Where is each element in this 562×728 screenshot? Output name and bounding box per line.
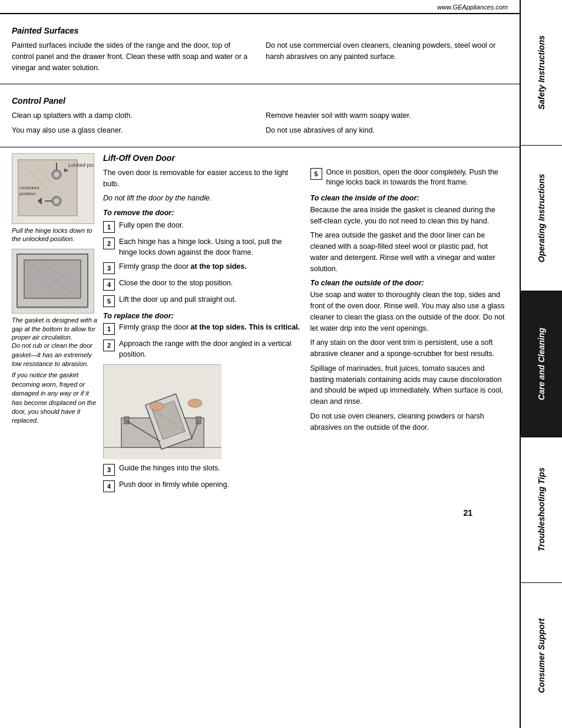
remove-door-heading: To remove the door: [103,209,301,217]
sidebar-label-care: Care and Cleaning [537,328,546,400]
control-panel-title: Control Panel [12,96,508,106]
sidebar-section-troubleshooting: Troubleshooting Tips [521,437,562,583]
page-number: 21 [0,508,520,518]
gasket-svg [12,249,94,314]
painted-surfaces-right: Do not use commercial oven cleaners, cle… [266,40,508,77]
step-text-r1: Fully open the door. [119,220,184,231]
step-text-r4: Close the door to the stop position. [119,278,233,289]
painted-surfaces-section: Painted Surfaces Painted surfaces includ… [0,14,520,84]
step-num-r4: 4 [103,279,115,291]
replace-step-1: 1 Firmly grasp the door at the top sides… [103,322,301,335]
hinge-image-container: Locked position Unlocked position [12,153,97,243]
remove-step-4: 4 Close the door to the stop position. [103,278,301,291]
step-num-p2: 2 [103,340,115,351]
step-num-r3: 3 [103,262,115,274]
sidebar-section-care: Care and Cleaning [521,291,562,437]
instructions-column: The oven door is removable for easier ac… [103,167,301,496]
step5-right: 5 Once in position, open the door comple… [310,167,508,188]
gasket-image [12,249,94,314]
svg-text:position: position [19,191,36,196]
instructions-cleaning-grid: The oven door is removable for easier ac… [103,167,508,496]
step-text-p4: Push door in firmly while opening. [119,480,229,490]
gasket-caption: The gasket is designed with a gap at the… [12,316,97,341]
svg-point-26 [150,402,164,410]
sidebar-label-operating: Operating Instructions [537,174,546,262]
svg-text:Locked position: Locked position [68,162,94,168]
control-panel-section: Control Panel Clean up splatters with a … [0,84,520,147]
replace-door-steps-cont: 3 Guide the hinges into the slots. 4 Pus… [103,463,301,492]
hinge-caption: Pull the hinge locks down to the unlocke… [12,226,97,243]
gasket-note1: Do not rub or clean the door gasket—it h… [12,341,97,368]
lift-off-section: Locked position Unlocked position [0,147,520,502]
step-text-p1: Firmly grasp the door at the top sides. … [119,322,300,333]
svg-point-27 [188,399,202,407]
hinge-svg: Locked position Unlocked position [12,154,94,224]
replace-step-3: 3 Guide the hinges into the slots. [103,463,301,476]
sidebar-label-troubleshooting: Troubleshooting Tips [537,467,546,552]
website-url: www.GEAppliances.com [437,4,508,11]
lift-off-intro: The oven door is removable for easier ac… [103,167,301,190]
sidebar-section-operating: Operating Instructions [521,146,562,291]
replace-step-2: 2 Approach the range with the door angle… [103,339,301,360]
lift-off-main-grid: Locked position Unlocked position [12,153,508,496]
svg-rect-29 [196,417,201,424]
svg-rect-28 [124,417,129,424]
control-panel-right: Remove heavier soil with warm soapy wate… [266,110,508,140]
step-text-p2: Approach the range with the door angled … [119,339,301,360]
svg-point-4 [54,172,59,177]
control-panel-left: Clean up splatters with a damp cloth. Yo… [12,110,254,140]
step-num-r2: 2 [103,238,115,249]
step-text-r5: Lift the door up and pull straight out. [119,295,236,305]
sidebar-section-safety: Safety Instructions [521,0,562,146]
hinge-image: Locked position Unlocked position [12,153,94,224]
gasket-note2: If you notice the gasket becoming worn, … [12,371,97,425]
website-bar: www.GEAppliances.com [0,0,520,14]
clean-outside-p1: Use soap and water to thoroughly clean t… [310,289,508,334]
control-panel-right-line2: Do not use abrasives of any kind. [266,125,508,136]
clean-inside-heading: To clean the inside of the door: [310,194,508,202]
sidebar-label-consumer: Consumer Support [537,618,546,693]
replace-door-steps: 1 Firmly grasp the door at the top sides… [103,322,301,360]
remove-step-1: 1 Fully open the door. [103,220,301,233]
control-panel-left-line2: You may also use a glass cleaner. [12,125,254,136]
step-num-r1: 1 [103,221,115,233]
replace-step-4: 4 Push door in firmly while opening. [103,480,301,492]
sidebar: Safety Instructions Operating Instructio… [520,0,562,728]
clean-outside-heading: To clean the outside of the door: [310,279,508,287]
lift-off-intro-note: Do not lift the door by the handle. [103,193,301,204]
replace-door-image [103,364,221,459]
step-num-p3: 3 [103,464,115,476]
step-num-p4: 4 [103,480,115,492]
sidebar-section-consumer: Consumer Support [521,583,562,728]
lift-off-title: Lift-Off Oven Door [103,153,508,163]
step-num-5r: 5 [310,168,322,180]
cleaning-column: 5 Once in position, open the door comple… [310,167,508,496]
step-text-5r: Once in position, open the door complete… [326,167,508,188]
remove-step-3: 3 Firmly grasp the door at the top sides… [103,262,301,274]
images-column: Locked position Unlocked position [12,153,97,496]
control-panel-left-line1: Clean up splatters with a damp cloth. [12,110,254,121]
clean-inside-p2: The area outside the gasket and the door… [310,230,508,274]
painted-surfaces-right-text: Do not use commercial oven cleaners, cle… [266,40,508,62]
painted-surfaces-left-text: Painted surfaces include the sides of th… [12,40,254,73]
step-text-r3: Firmly grasp the door at the top sides. [119,262,247,272]
svg-text:Unlocked: Unlocked [19,185,39,190]
svg-point-9 [54,199,59,203]
replace-door-heading: To replace the door: [103,312,301,320]
remove-step-5: 5 Lift the door up and pull straight out… [103,295,301,307]
step-num-r5: 5 [103,295,115,307]
replace-door-svg [104,365,222,459]
painted-surfaces-content: Painted surfaces include the sides of th… [12,40,508,77]
control-panel-right-line1: Remove heavier soil with warm soapy wate… [266,110,508,121]
painted-surfaces-title: Painted Surfaces [12,26,508,35]
step-text-r2: Each hinge has a hinge lock. Using a too… [119,237,301,258]
clean-inside-p1: Because the area inside the gasket is cl… [310,205,508,227]
sidebar-label-safety: Safety Instructions [537,35,546,110]
step-num-p1: 1 [103,323,115,335]
clean-outside-p2: If any stain on the door vent trim is pe… [310,337,508,360]
painted-surfaces-left: Painted surfaces include the sides of th… [12,40,254,77]
gasket-image-container: The gasket is designed with a gap at the… [12,249,97,427]
clean-outside-p3: Spillage of marinades, fruit juices, tom… [310,363,508,407]
remove-step-2: 2 Each hinge has a hinge lock. Using a t… [103,237,301,258]
lift-off-instructions: Lift-Off Oven Door The oven door is remo… [103,153,508,496]
